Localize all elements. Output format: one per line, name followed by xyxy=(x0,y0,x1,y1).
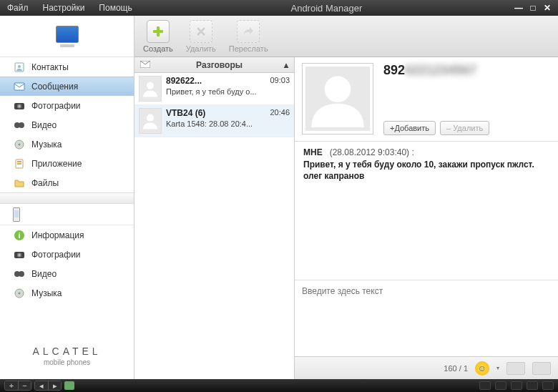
send-button[interactable] xyxy=(532,362,551,375)
sidebar-item-label: Приложение xyxy=(31,159,82,169)
add-contact-button[interactable]: +Добавить xyxy=(383,121,436,135)
detail-pane: 8926221234567 +Добавить – Удалить МНЕ (2… xyxy=(295,57,558,379)
brand-name: ALCATEL xyxy=(0,346,134,357)
device-phone-icon[interactable] xyxy=(0,204,134,225)
conversation-name: VTB24 (6) xyxy=(166,108,205,118)
svg-rect-12 xyxy=(17,161,21,162)
messages-icon xyxy=(13,81,26,92)
status-icon xyxy=(542,381,554,390)
main-menu: Файл Настройки Помощь xyxy=(0,1,140,15)
message-list: МНЕ (28.08.2012 9:03:40) : Привет, я у т… xyxy=(295,142,558,280)
conversation-time: 09:03 xyxy=(270,76,290,86)
forward-icon xyxy=(237,20,260,43)
photos-icon xyxy=(13,249,26,260)
sidebar-item-photos-phone[interactable]: Фотографии xyxy=(0,245,134,264)
forward-button: Переслать xyxy=(229,20,268,53)
svg-point-29 xyxy=(325,76,351,102)
message-sender: МНЕ xyxy=(303,147,323,157)
photos-icon xyxy=(13,100,26,112)
contacts-icon xyxy=(13,62,26,73)
minimize-button[interactable]: — xyxy=(514,3,524,13)
sidebar-item-label: Видео xyxy=(31,120,57,130)
sidebar-item-label: Фотографии xyxy=(31,250,81,260)
svg-point-10 xyxy=(19,143,21,145)
delete-contact-button: – Удалить xyxy=(440,121,489,135)
tool-label: Создать xyxy=(143,44,173,53)
files-icon xyxy=(13,177,26,189)
sidebar-item-label: Музыка xyxy=(31,288,62,298)
compose-input[interactable] xyxy=(295,280,558,356)
conversation-header[interactable]: Разговоры ▴ xyxy=(134,57,294,73)
contact-avatar xyxy=(302,63,373,134)
sidebar-divider xyxy=(0,192,134,204)
window-title: Android Manager xyxy=(140,3,514,14)
content-area: Создать Удалить Переслать Разговоры ▴ xyxy=(134,16,558,379)
status-bar: + − ◂ ▸ xyxy=(0,379,558,392)
sidebar-item-apps[interactable]: Приложение xyxy=(0,154,134,173)
zoom-out-button[interactable]: − xyxy=(18,381,31,390)
svg-point-23 xyxy=(19,292,21,294)
nav-next-button[interactable]: ▸ xyxy=(48,381,61,390)
avatar-icon xyxy=(139,108,162,134)
conversation-preview: Karta 1548: 28.08 20:4... xyxy=(166,119,290,128)
svg-rect-21 xyxy=(15,273,24,275)
char-counter: 160 / 1 xyxy=(444,364,468,373)
create-button[interactable]: Создать xyxy=(143,20,173,53)
sidebar-item-video[interactable]: Видео xyxy=(0,115,134,134)
sidebar-item-contacts[interactable]: Контакты xyxy=(0,57,134,77)
nav-list-pc: Контакты Сообщения Фотографии Видео Музы… xyxy=(0,57,134,337)
status-icon xyxy=(495,381,506,390)
maximize-button[interactable]: □ xyxy=(528,3,538,13)
conversation-preview: Привет, я у тебя буду о... xyxy=(166,87,290,96)
sidebar-item-music-phone[interactable]: Музыка xyxy=(0,283,134,303)
svg-point-1 xyxy=(18,65,21,68)
svg-rect-8 xyxy=(15,124,24,127)
svg-rect-25 xyxy=(153,30,163,33)
send-draft-button[interactable] xyxy=(506,362,525,375)
svg-point-5 xyxy=(19,105,21,107)
menu-file[interactable]: Файл xyxy=(0,1,36,15)
sidebar-item-photos[interactable]: Фотографии xyxy=(0,96,134,115)
status-icon xyxy=(479,381,491,390)
svg-text:i: i xyxy=(18,231,20,240)
plus-icon xyxy=(147,20,170,43)
svg-point-28 xyxy=(147,114,154,122)
emoji-button[interactable]: ☺ xyxy=(475,361,489,376)
window-controls: — □ ✕ xyxy=(514,3,558,13)
sidebar-item-messages[interactable]: Сообщения xyxy=(0,77,134,96)
svg-rect-2 xyxy=(14,83,24,90)
compose-toolbar: 160 / 1 ☺ ▾ xyxy=(295,356,558,379)
conversation-time: 20:46 xyxy=(270,108,290,118)
sidebar-item-video-phone[interactable]: Видео xyxy=(0,264,134,283)
sidebar-item-label: Информация xyxy=(31,230,84,240)
message-body: Привет, я у тебя буду около 10, закажи п… xyxy=(303,159,549,182)
conversation-item[interactable]: 892622... 09:03 Привет, я у тебя буду о.… xyxy=(134,73,294,105)
emoji-dropdown-icon[interactable]: ▾ xyxy=(496,365,499,371)
sidebar-item-music[interactable]: Музыка xyxy=(0,134,134,154)
message-timestamp: (28.08.2012 9:03:40) : xyxy=(325,147,414,157)
sidebar-item-label: Файлы xyxy=(31,178,59,188)
delete-button: Удалить xyxy=(186,20,216,53)
sidebar-item-label: Музыка xyxy=(31,139,62,150)
sidebar-item-info[interactable]: i Информация xyxy=(0,225,134,245)
sync-icon[interactable] xyxy=(64,381,74,390)
menu-settings[interactable]: Настройки xyxy=(36,1,92,15)
brand-footer: ALCATEL mobile phones xyxy=(0,337,134,379)
avatar-icon xyxy=(139,76,162,102)
sidebar: Контакты Сообщения Фотографии Видео Музы… xyxy=(0,16,134,379)
nav-prev-button[interactable]: ◂ xyxy=(35,381,48,390)
sort-icon[interactable]: ▴ xyxy=(284,60,288,70)
zoom-in-button[interactable]: + xyxy=(5,381,18,390)
tool-label: Переслать xyxy=(229,44,268,53)
svg-rect-13 xyxy=(17,163,21,165)
envelope-icon xyxy=(140,60,150,70)
conversation-list: 892622... 09:03 Привет, я у тебя буду о.… xyxy=(134,73,294,379)
zoom-pill: + − xyxy=(4,381,31,391)
x-icon xyxy=(190,20,212,43)
menu-help[interactable]: Помощь xyxy=(92,1,139,15)
svg-point-18 xyxy=(19,254,21,256)
sidebar-item-files[interactable]: Файлы xyxy=(0,173,134,192)
sidebar-item-label: Видео xyxy=(31,269,57,279)
close-button[interactable]: ✕ xyxy=(542,3,552,13)
conversation-item[interactable]: VTB24 (6) 20:46 Karta 1548: 28.08 20:4..… xyxy=(134,105,294,137)
